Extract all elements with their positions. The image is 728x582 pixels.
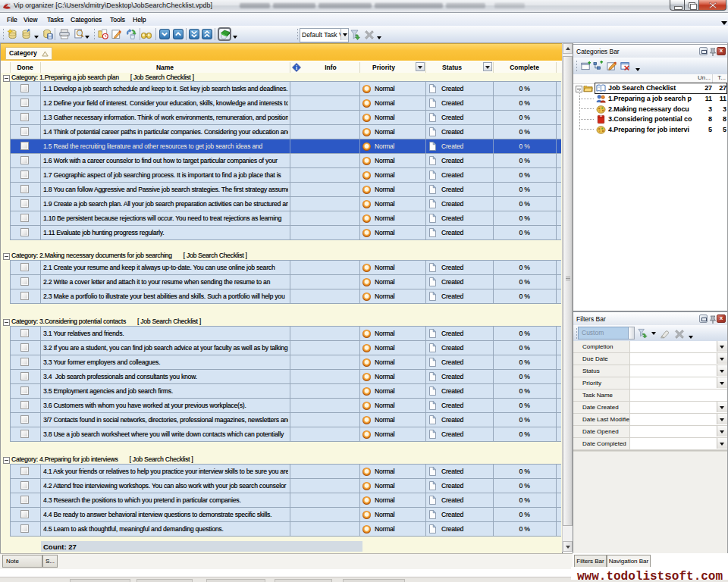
svg-text:i: i [296,64,297,71]
